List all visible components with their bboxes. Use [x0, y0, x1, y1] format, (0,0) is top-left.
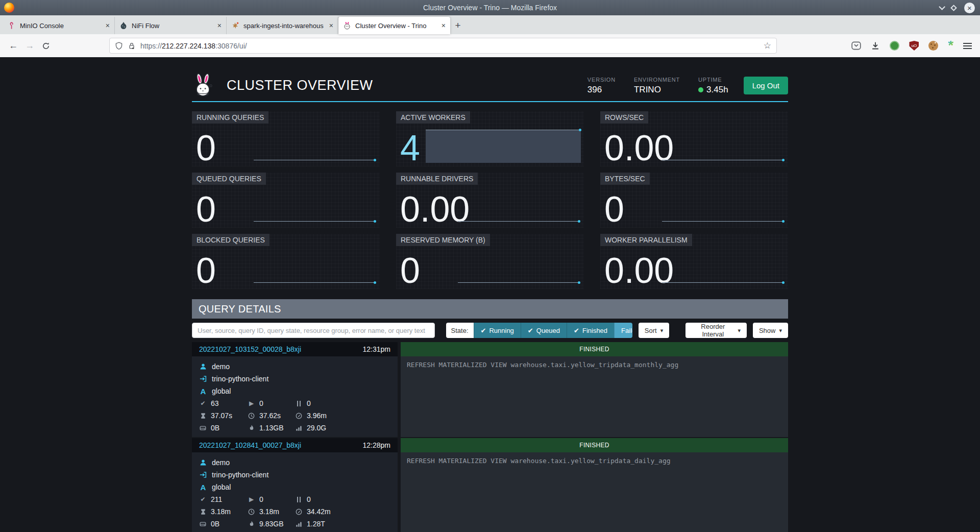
chevron-down-icon: ▾: [779, 327, 782, 334]
bookmark-star-icon[interactable]: ☆: [764, 40, 771, 51]
source-icon: [199, 471, 207, 478]
tab-close-icon[interactable]: ×: [329, 21, 333, 30]
tab-close-icon[interactable]: ×: [442, 21, 446, 30]
sparkline: [662, 160, 783, 160]
check-icon: ✔: [528, 327, 533, 334]
search-input[interactable]: [192, 323, 435, 338]
query-row: 20221027_103152_00028_b8xji 12:31pm FINI…: [192, 342, 788, 437]
current-memory-icon: [199, 521, 207, 527]
lock-icon[interactable]: [128, 42, 136, 50]
source-icon: [199, 375, 207, 382]
trino-page: CLUSTER OVERVIEW VERSION 396 ENVIRONMENT…: [0, 57, 980, 532]
user-icon: [199, 363, 207, 370]
tile-runnable-drivers: RUNNABLE DRIVERS 0.00: [396, 173, 584, 228]
sparkline: [254, 282, 375, 283]
version-stat: VERSION 396: [587, 77, 616, 95]
back-icon[interactable]: ←: [5, 38, 21, 54]
sparkline: [662, 221, 783, 222]
trino-bunny-icon: [343, 21, 351, 30]
pocket-icon[interactable]: [851, 41, 861, 50]
asterisk-extension-icon[interactable]: *: [948, 41, 953, 51]
minio-icon: [8, 21, 16, 30]
sparkline: [662, 282, 783, 283]
cumulative-memory-icon: [295, 521, 303, 527]
tile-bytes-per-sec: BYTES/SEC 0: [600, 173, 788, 228]
state-running-button[interactable]: ✔ Running: [474, 323, 521, 338]
ublock-origin-icon[interactable]: uO: [909, 41, 919, 51]
tile-reserved-memory: RESERVED MEMORY (B) 0: [396, 234, 584, 289]
state-filter-group: State: ✔ Running ✔ Queued ✔ Finished Fai…: [446, 323, 632, 338]
menu-icon[interactable]: [963, 45, 972, 46]
uptime-dot: [698, 87, 703, 92]
status-badge: FINISHED: [401, 342, 788, 356]
cpu-time-icon: [295, 509, 303, 515]
peak-memory-icon: [248, 424, 255, 431]
sort-dropdown[interactable]: Sort ▾: [639, 323, 669, 338]
running-splits-icon: ▶: [248, 496, 255, 503]
forward-icon[interactable]: →: [21, 38, 38, 54]
tab-close-icon[interactable]: ×: [106, 21, 110, 30]
new-tab-button[interactable]: +: [450, 17, 465, 34]
check-icon: ✔: [481, 327, 486, 334]
tile-blocked-queries: BLOCKED QUERIES 0: [192, 234, 380, 289]
firefox-logo-icon: [4, 3, 14, 13]
reload-icon[interactable]: [38, 38, 54, 54]
url-text: https://212.227.224.138:30876/ui/: [140, 42, 247, 50]
browser-toolbar: ← → https://212.227.224.138:30876/ui/ ☆ …: [0, 34, 980, 57]
query-user: demo: [212, 458, 230, 467]
shield-icon[interactable]: [115, 42, 123, 50]
wall-time-icon: [199, 413, 207, 419]
sparkline: [458, 221, 579, 222]
cumulative-memory-icon: [295, 425, 303, 431]
chevron-down-icon: ▾: [660, 327, 664, 334]
cookie-extension-icon[interactable]: [928, 41, 938, 51]
cpu-time-icon: [295, 413, 303, 419]
reorder-interval-dropdown[interactable]: Reorder Interval ▾: [685, 323, 747, 338]
tab-cluster-overview[interactable]: Cluster Overview - Trino ×: [338, 17, 450, 34]
state-queued-button[interactable]: ✔ Queued: [521, 323, 567, 338]
query-source: trino-python-client: [212, 375, 268, 383]
query-id-link[interactable]: 20221027_102841_00027_b8xji: [199, 441, 301, 449]
tab-title: spark-ingest-into-warehous: [243, 22, 326, 30]
state-finished-button[interactable]: ✔ Finished: [567, 323, 614, 338]
query-details-header: QUERY DETAILS: [192, 299, 788, 319]
query-id-link[interactable]: 20221027_103152_00028_b8xji: [199, 345, 301, 353]
tab-close-icon[interactable]: ×: [217, 21, 222, 30]
tile-running-queries: RUNNING QUERIES 0: [192, 111, 380, 166]
elapsed-time-icon: [248, 509, 255, 515]
tab-title: Cluster Overview - Trino: [355, 22, 438, 30]
stat-tiles: RUNNING QUERIES 0 ACTIVE WORKERS 4 ROWS/…: [192, 111, 788, 289]
tab-minio-console[interactable]: MinIO Console ×: [3, 17, 115, 34]
extension-privacy-icon[interactable]: [890, 41, 899, 51]
logout-button[interactable]: Log Out: [744, 77, 788, 94]
tab-bar: MinIO Console × NiFi Flow × spark-ingest…: [0, 15, 980, 34]
url-bar[interactable]: https://212.227.224.138:30876/ui/ ☆: [109, 38, 777, 54]
queued-splits-icon: [295, 401, 303, 406]
running-splits-icon: ▶: [248, 400, 255, 407]
tile-active-workers: ACTIVE WORKERS 4: [396, 111, 584, 166]
resource-group: global: [212, 387, 231, 395]
state-label: State:: [446, 323, 474, 338]
uptime-stat: UPTIME 3.45h: [698, 77, 728, 95]
window-title: Cluster Overview - Trino — Mozilla Firef…: [0, 4, 980, 12]
spark-notebook-icon: [231, 21, 239, 30]
tile-worker-parallelism: WORKER PARALLELISM 0.00: [600, 234, 788, 289]
sparkline: [254, 221, 375, 222]
check-icon: ✔: [574, 327, 579, 334]
wall-time-icon: [199, 509, 207, 515]
query-user: demo: [212, 362, 230, 371]
query-time: 12:31pm: [363, 345, 390, 353]
peak-memory-icon: [248, 520, 255, 527]
tab-nifi-flow[interactable]: NiFi Flow ×: [115, 17, 227, 34]
state-failed-dropdown[interactable]: Failed ▾: [614, 323, 632, 338]
user-icon: [199, 459, 207, 466]
download-icon[interactable]: [871, 41, 880, 51]
window-close-icon[interactable]: ×: [964, 3, 975, 13]
trino-logo: [192, 72, 214, 99]
window-maximize-icon[interactable]: [950, 5, 957, 11]
window-minimize-icon[interactable]: [939, 4, 945, 10]
resource-group-icon: A: [199, 483, 207, 492]
query-time: 12:28pm: [363, 441, 390, 449]
tab-spark-notebook[interactable]: spark-ingest-into-warehous ×: [227, 17, 338, 34]
show-dropdown[interactable]: Show ▾: [753, 323, 788, 338]
